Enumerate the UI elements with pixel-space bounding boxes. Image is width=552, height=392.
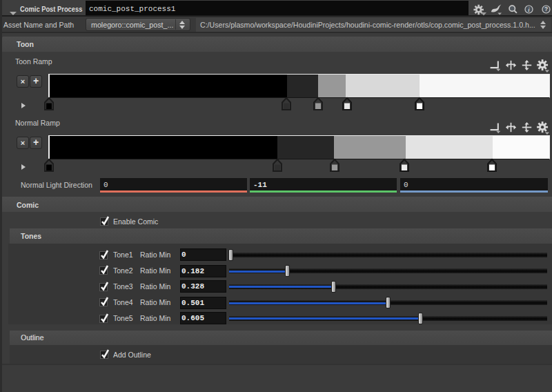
svg-text:?: ?: [544, 6, 548, 12]
